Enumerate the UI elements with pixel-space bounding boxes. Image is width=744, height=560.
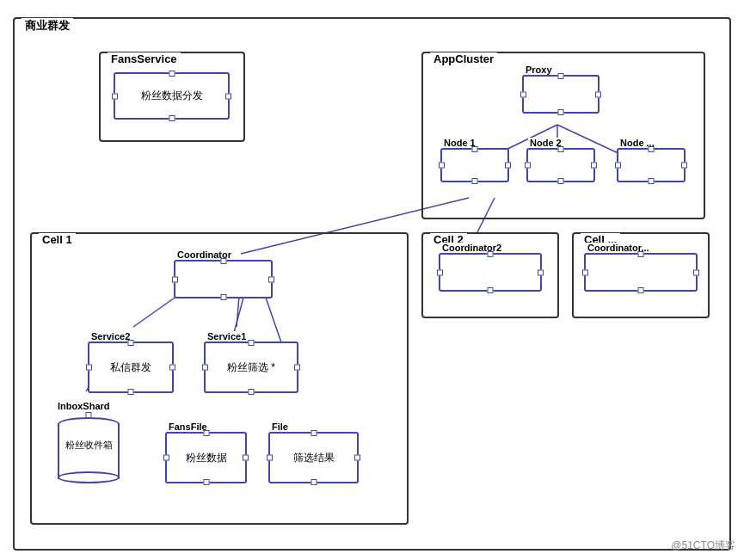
file-port-bottom [311,479,317,485]
inbox-shard-text: 粉丝收件箱 [58,439,120,452]
ff-port-right [243,455,249,461]
file-box: File 筛选结果 [268,432,359,483]
celln-group: Cell ... Coordinator... [572,232,710,318]
file-port-left [267,455,273,461]
coordinatorn-box: Coordinator... [584,253,698,292]
fansfile-text: 粉丝数据 [167,434,245,482]
fans-data-port-bottom [169,115,175,121]
noden-port-right [681,163,687,169]
node1-port-left [439,163,445,169]
coord2-port-right [538,269,544,275]
node2-port-left [525,163,531,169]
coordn-port-left [582,269,588,275]
watermark: @51CTO博客 [671,538,735,553]
s1-port-right [294,365,300,371]
s1-port-bottom [249,389,255,395]
node2-port-bottom [558,178,564,184]
cell2-group: Cell 2 Coordinator2 [421,232,559,318]
file-label: File [270,422,290,432]
coordn-port-right [693,269,699,275]
service2-text: 私信群发 [89,343,172,391]
inbox-shard-box: InboxShard 粉丝收件箱 [58,415,135,501]
coordinator-box: Coordinator [174,260,273,298]
node2-port-right [591,163,597,169]
ff-port-left [163,455,169,461]
canvas: 商业群发 FansService 粉丝数据分发 AppCluster Proxy… [0,0,744,560]
s2-port-top [128,340,134,346]
coordinator2-box: Coordinator2 [439,253,542,292]
proxy-port-bottom [558,109,564,115]
fans-service-label: FansService [108,52,181,65]
fans-data-port-top [169,71,175,77]
s2-port-bottom [128,389,134,395]
proxy-port-left [520,91,526,97]
node2-port-top [558,146,564,152]
s1-port-left [202,365,208,371]
service2-box: Service2 私信群发 [88,342,174,393]
s1-port-top [249,340,255,346]
proxy-port-top [558,73,564,79]
coord2-port-top [488,251,494,257]
app-cluster-label: AppCluster [430,52,497,65]
noden-port-left [615,163,621,169]
coord-port-left [172,276,178,282]
node1-port-top [472,146,478,152]
coordinator2-label: Coordinator2 [440,243,503,253]
ff-port-bottom [203,479,209,485]
fans-data-dist-box: 粉丝数据分发 [114,72,230,120]
coordn-port-bottom [638,287,644,293]
noden-box: Node ... [617,148,686,182]
coord-port-bottom [220,294,226,300]
db-port-top [86,412,92,418]
node1-box: Node 1 [440,148,509,182]
proxy-label: Proxy [524,65,554,75]
node2-box: Node 2 [526,148,595,182]
coordn-port-top [638,251,644,257]
coord2-port-left [437,269,443,275]
fans-data-port-left [112,93,118,99]
fans-data-dist-text: 粉丝数据分发 [115,74,228,118]
s2-port-left [86,365,92,371]
fans-data-port-right [225,93,231,99]
proxy-box: Proxy [522,75,600,114]
fansfile-box: FansFile 粉丝数据 [165,432,247,483]
service2-label: Service2 [89,331,132,342]
node1-port-right [505,163,511,169]
coord2-port-bottom [488,287,494,293]
app-cluster-group: AppCluster Proxy Node 1 Node 2 No [421,52,705,219]
noden-port-bottom [649,178,655,184]
file-port-top [311,430,317,436]
service1-text: 粉丝筛选 * [206,343,297,391]
cell1-group: Cell 1 Coordinator Service2 私信群发 Service… [30,232,409,525]
file-port-right [354,455,360,461]
node1-port-bottom [472,178,478,184]
db-bottom-ellipse [58,471,120,483]
coord-port-right [268,276,274,282]
fans-service-group: FansService 粉丝数据分发 [99,52,245,142]
inbox-shard-label: InboxShard [58,401,110,411]
coord-port-top [220,258,226,264]
business-group-label: 商业群发 [22,18,73,34]
ff-port-top [203,430,209,436]
cell1-label: Cell 1 [39,233,76,246]
proxy-port-right [595,91,601,97]
service1-label: Service1 [206,331,248,342]
file-text: 筛选结果 [270,434,357,482]
s2-port-right [169,365,175,371]
noden-port-top [649,146,655,152]
service1-box: Service1 粉丝筛选 * [204,342,298,393]
